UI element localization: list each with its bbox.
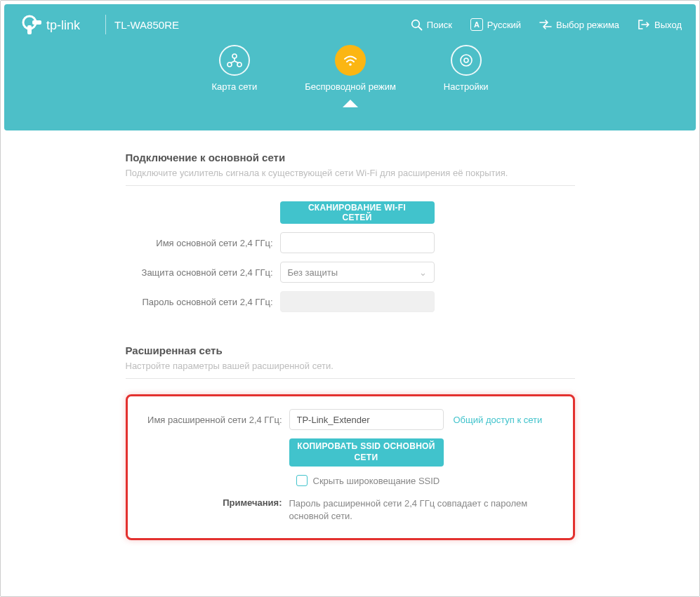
brand-text: tp-link [46,18,81,32]
divider [126,185,575,186]
language-label: Русский [487,20,521,30]
svg-rect-2 [32,20,41,25]
tab-wireless-label: Беспроводной режим [305,81,396,92]
gear-icon [451,45,482,76]
host-password-input [280,291,435,312]
highlight-box: Имя расширенной сети 2,4 ГГц: Общий дост… [126,394,575,540]
svg-point-5 [232,54,237,58]
search-label: Поиск [427,20,452,30]
svg-point-10 [464,58,468,62]
hide-ssid-checkbox[interactable] [296,475,308,486]
mode-label: Выбор режима [556,20,619,30]
logout-icon [638,19,650,30]
host-ssid-input[interactable] [280,232,435,253]
model-name: TL-WA850RE [114,19,179,31]
language-icon: А [470,18,483,31]
tab-network-map-label: Карта сети [211,81,257,92]
brand-logo: tp-link [20,13,97,36]
host-security-value: Без защиты [288,267,338,278]
mode-icon [539,20,552,29]
ext-ssid-input[interactable] [289,409,444,430]
search-icon [411,19,423,31]
ext-ssid-label: Имя расширенной сети 2,4 ГГц: [135,415,289,425]
logo-separator [105,15,106,34]
host-security-label: Защита основной сети 2,4 ГГц: [126,267,280,278]
language-link[interactable]: А Русский [470,18,521,31]
tab-network-map[interactable]: Карта сети [211,45,257,92]
svg-point-9 [461,55,472,66]
svg-rect-1 [27,25,32,34]
host-security-select[interactable]: Без защиты ⌄ [280,262,435,283]
search-link[interactable]: Поиск [411,19,452,31]
tab-settings[interactable]: Настройки [444,45,489,92]
copy-ssid-button[interactable]: КОПИРОВАТЬ SSID ОСНОВНОЙ СЕТИ [289,438,444,467]
logout-link[interactable]: Выход [638,19,682,30]
divider [126,378,575,379]
tab-wireless[interactable]: Беспроводной режим [305,45,396,92]
tab-settings-label: Настройки [444,81,489,92]
hide-ssid-label: Скрыть широковещание SSID [313,476,440,486]
scan-wifi-button[interactable]: СКАНИРОВАНИЕ WI-FI СЕТЕЙ [280,201,435,224]
logout-label: Выход [654,20,682,30]
network-map-icon [219,45,250,76]
host-ssid-label: Имя основной сети 2,4 ГГц: [126,238,280,248]
svg-line-4 [418,27,422,30]
host-section-title: Подключение к основной сети [126,152,575,163]
share-network-link[interactable]: Общий доступ к сети [454,415,543,425]
svg-point-8 [349,63,352,66]
wifi-icon [335,45,366,76]
mode-link[interactable]: Выбор режима [539,20,619,30]
ext-section-subtitle: Настройте параметры вашей расширенной се… [126,361,575,371]
chevron-down-icon: ⌄ [419,267,427,278]
host-password-label: Пароль основной сети 2,4 ГГц: [126,297,280,307]
ext-section-title: Расширенная сеть [126,344,575,356]
note-label: Примечания: [135,497,289,523]
host-section-subtitle: Подключите усилитель сигнала к существую… [126,168,575,178]
note-text: Пароль расширенной сети 2,4 ГГц совпадае… [289,497,566,523]
